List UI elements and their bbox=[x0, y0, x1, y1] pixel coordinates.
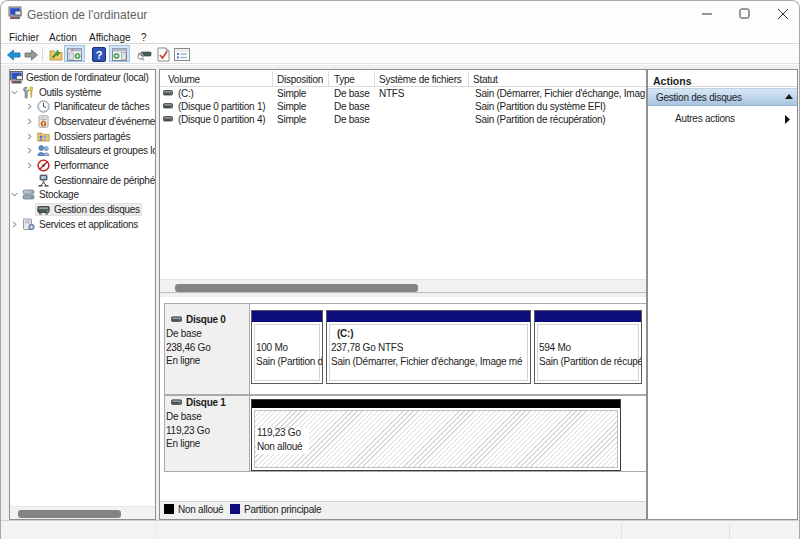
svg-text:?: ? bbox=[96, 49, 103, 61]
